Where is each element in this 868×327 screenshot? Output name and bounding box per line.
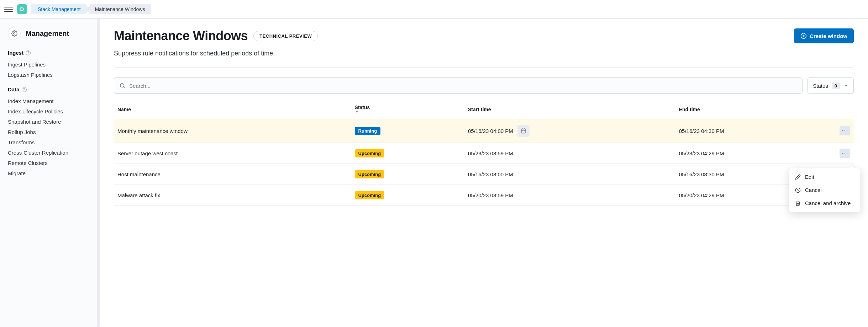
- cell-status: Upcoming: [351, 143, 464, 164]
- col-status[interactable]: Status: [351, 100, 464, 119]
- search-icon: [119, 82, 126, 89]
- table-row: Malware attack fix Upcoming 05/20/23 03:…: [114, 185, 854, 206]
- status-filter-count: 0: [832, 82, 840, 89]
- trash-icon: [795, 200, 801, 206]
- svg-rect-7: [521, 129, 526, 133]
- sidebar-title: Management: [26, 30, 69, 38]
- sidebar-item[interactable]: Index Lifecycle Policies: [8, 106, 91, 117]
- cell-name: Host maintenance: [114, 164, 351, 185]
- svg-rect-13: [847, 130, 847, 131]
- cell-end: 05/16/23 04:30 PM: [675, 119, 836, 143]
- topbar: D Stack Management Maintenance Windows: [0, 0, 868, 18]
- status-filter-label: Status: [813, 83, 828, 89]
- popover-item-label: Edit: [805, 174, 814, 180]
- breadcrumb-current: Maintenance Windows: [87, 4, 152, 14]
- pencil-icon: [795, 174, 801, 180]
- row-actions-popover: EditCancelCancel and archive: [789, 168, 860, 212]
- table-row: Host maintenance Upcoming 05/16/23 08:00…: [114, 164, 854, 185]
- sidebar-item[interactable]: Logstash Pipelines: [8, 70, 91, 80]
- svg-rect-14: [842, 153, 843, 154]
- page-title: Maintenance Windows: [114, 28, 248, 43]
- svg-rect-11: [842, 130, 843, 131]
- breadcrumb-root[interactable]: Stack Management: [31, 4, 89, 14]
- avatar[interactable]: D: [17, 4, 27, 14]
- calendar-button[interactable]: [517, 125, 530, 137]
- create-window-label: Create window: [810, 33, 847, 39]
- plus-circle-icon: [800, 33, 807, 39]
- cell-status: Running: [351, 119, 464, 143]
- cell-start: 05/20/23 03:59 PM: [464, 185, 675, 206]
- search-box[interactable]: [114, 77, 803, 94]
- sidebar-item[interactable]: Ingest Pipelines: [8, 59, 91, 70]
- cell-start: 05/23/23 03:59 PM: [464, 143, 675, 164]
- row-actions-button[interactable]: [840, 126, 850, 135]
- help-icon[interactable]: ?: [22, 87, 27, 92]
- sidebar-item[interactable]: Index Management: [8, 96, 91, 106]
- svg-point-4: [120, 84, 124, 87]
- svg-point-0: [14, 33, 15, 34]
- svg-rect-12: [845, 130, 845, 131]
- cell-end: 05/23/23 04:29 PM: [675, 143, 836, 164]
- cell-name: Malware attack fix: [114, 185, 351, 206]
- sidebar-item[interactable]: Snapshot and Restore: [8, 117, 91, 127]
- col-end[interactable]: End time: [675, 100, 836, 119]
- cell-start: 05/16/23 08:00 PM: [464, 164, 675, 185]
- table-row: Server outage west coast Upcoming 05/23/…: [114, 143, 854, 164]
- chevron-down-icon: [843, 83, 848, 88]
- sort-asc-icon: [355, 110, 461, 114]
- sidebar-item[interactable]: Rollup Jobs: [8, 127, 91, 137]
- svg-line-24: [796, 188, 799, 192]
- svg-rect-16: [847, 153, 847, 154]
- popover-item-label: Cancel: [805, 187, 822, 193]
- preview-badge: TECHNICAL PREVIEW: [253, 31, 318, 41]
- status-badge: Upcoming: [355, 191, 385, 199]
- cell-name: Server outage west coast: [114, 143, 351, 164]
- nav-section-title: Data?: [8, 86, 91, 92]
- status-filter[interactable]: Status 0: [807, 77, 854, 94]
- stop-icon: [795, 187, 801, 193]
- gear-icon: [8, 27, 21, 40]
- popover-item-edit[interactable]: Edit: [789, 170, 860, 183]
- cell-status: Upcoming: [351, 164, 464, 185]
- main-content: Maintenance Windows TECHNICAL PREVIEW Cr…: [100, 18, 868, 327]
- sidebar: Management Ingest?Ingest PipelinesLogsta…: [0, 18, 100, 327]
- cell-status: Upcoming: [351, 185, 464, 206]
- status-badge: Running: [355, 127, 381, 135]
- col-start[interactable]: Start time: [464, 100, 675, 119]
- divider: [114, 67, 854, 68]
- nav-section-title: Ingest?: [8, 50, 91, 56]
- help-icon[interactable]: ?: [26, 50, 31, 55]
- search-input[interactable]: [129, 83, 797, 89]
- cell-name: Monthly maintenance window: [114, 119, 351, 143]
- popover-item-cancel[interactable]: Cancel: [789, 183, 860, 197]
- breadcrumb: Stack Management Maintenance Windows: [31, 4, 151, 14]
- sidebar-item[interactable]: Migrate: [8, 168, 91, 178]
- create-window-button[interactable]: Create window: [794, 28, 854, 43]
- sidebar-item[interactable]: Transforms: [8, 137, 91, 148]
- svg-rect-15: [845, 153, 845, 154]
- col-name[interactable]: Name: [114, 100, 351, 119]
- popover-item-cancel-and-archive[interactable]: Cancel and archive: [789, 197, 860, 210]
- popover-item-label: Cancel and archive: [805, 200, 851, 206]
- sidebar-item[interactable]: Remote Clusters: [8, 158, 91, 168]
- svg-line-5: [123, 87, 125, 88]
- page-subtitle: Suppress rule notifications for schedule…: [114, 50, 854, 57]
- table-row: Monthly maintenance window Running 05/16…: [114, 119, 854, 143]
- row-actions-button[interactable]: [840, 149, 850, 158]
- cell-start: 05/16/23 04:00 PM: [464, 119, 675, 143]
- sidebar-item[interactable]: Cross-Cluster Replication: [8, 148, 91, 158]
- menu-toggle[interactable]: [4, 5, 13, 14]
- status-badge: Upcoming: [355, 149, 385, 157]
- status-badge: Upcoming: [355, 170, 385, 178]
- maintenance-table: Name Status Start time End time Monthly …: [114, 100, 854, 206]
